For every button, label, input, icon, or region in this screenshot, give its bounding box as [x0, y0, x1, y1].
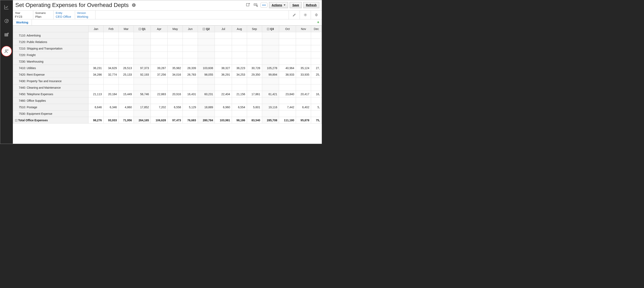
data-cell[interactable] — [183, 52, 198, 58]
data-cell[interactable] — [215, 110, 232, 117]
data-cell[interactable]: 6,558 — [168, 104, 183, 110]
data-cell[interactable] — [118, 78, 134, 84]
data-cell[interactable]: 93,933 — [104, 117, 118, 123]
keyboard-search-icon[interactable] — [253, 2, 259, 8]
data-cell[interactable]: 36,223 — [232, 65, 247, 71]
data-cell[interactable] — [151, 110, 168, 117]
data-cell[interactable] — [262, 110, 279, 117]
data-cell[interactable] — [88, 39, 104, 45]
row-header[interactable]: 7110: Advertising — [13, 32, 88, 39]
data-cell[interactable]: 98,055 — [198, 71, 215, 78]
collapse-icon[interactable] — [267, 28, 269, 30]
data-cell[interactable]: 76,683 — [183, 117, 198, 123]
row-header[interactable]: 7510: Postage — [13, 104, 88, 110]
data-cell[interactable] — [198, 58, 215, 65]
cube-grid-icon[interactable] — [4, 32, 10, 38]
data-cell[interactable]: 17,861 — [247, 91, 262, 97]
refresh-button[interactable]: Refresh — [303, 2, 319, 8]
data-cell[interactable] — [232, 52, 247, 58]
data-cell[interactable] — [247, 32, 262, 39]
data-cell[interactable] — [215, 58, 232, 65]
col-apr[interactable]: Apr — [151, 26, 168, 32]
data-cell[interactable] — [168, 32, 183, 39]
data-cell[interactable]: 38,933 — [279, 71, 296, 78]
data-cell[interactable] — [118, 45, 134, 52]
data-cell[interactable] — [296, 39, 311, 45]
data-cell[interactable] — [151, 45, 168, 52]
data-cell[interactable] — [262, 52, 279, 58]
data-cell[interactable] — [279, 97, 296, 104]
data-cell[interactable]: 60,231 — [198, 91, 215, 97]
data-cell[interactable]: 26,513 — [118, 65, 134, 71]
data-cell[interactable] — [262, 78, 279, 84]
data-cell[interactable] — [104, 78, 118, 84]
data-cell[interactable] — [296, 52, 311, 58]
data-cell[interactable] — [151, 32, 168, 39]
data-cell[interactable]: 32,774 — [104, 71, 118, 78]
row-header[interactable]: 7430: Property Tax and Insurance — [13, 78, 88, 84]
data-cell[interactable] — [151, 52, 168, 58]
col-q1[interactable]: Q1 — [134, 26, 150, 32]
row-header[interactable]: 7120: Public Relations — [13, 39, 88, 45]
data-cell[interactable] — [104, 84, 118, 91]
info-icon[interactable]: i — [132, 3, 136, 7]
data-cell[interactable]: 22,883 — [151, 91, 168, 97]
tab-working[interactable]: Working — [13, 19, 32, 25]
data-cell[interactable] — [118, 32, 134, 39]
data-cell[interactable] — [232, 45, 247, 52]
data-cell[interactable]: 17,852 — [134, 104, 150, 110]
data-cell[interactable]: 16,431 — [183, 91, 198, 97]
data-cell[interactable] — [198, 32, 215, 39]
data-cell[interactable] — [134, 32, 150, 39]
data-cell[interactable]: 5,601 — [247, 104, 262, 110]
data-cell[interactable] — [198, 97, 215, 104]
data-cell[interactable] — [215, 84, 232, 91]
col-sep[interactable]: Sep — [247, 26, 262, 32]
data-cell[interactable] — [134, 97, 150, 104]
data-cell[interactable] — [168, 84, 183, 91]
data-cell[interactable] — [198, 52, 215, 58]
data-cell[interactable] — [168, 52, 183, 58]
data-cell[interactable]: 36,291 — [215, 71, 232, 78]
data-cell[interactable] — [311, 45, 322, 52]
data-cell[interactable]: 20,184 — [104, 91, 118, 97]
data-cell[interactable]: 5,129 — [183, 104, 198, 110]
data-cell[interactable]: 37,256 — [151, 71, 168, 78]
row-header[interactable]: 7450: Telephone Expenses — [13, 91, 88, 97]
row-header[interactable]: 7420: Rent Expense — [13, 71, 88, 78]
data-cell[interactable] — [311, 58, 322, 65]
row-header[interactable]: 7440: Cleaning and Maintenance — [13, 84, 88, 91]
data-cell[interactable] — [279, 45, 296, 52]
data-cell[interactable] — [296, 45, 311, 52]
data-cell[interactable]: 29,350 — [247, 71, 262, 78]
collapse-icon[interactable] — [203, 28, 205, 30]
save-button[interactable]: Save — [290, 2, 302, 8]
currency-refresh-icon[interactable] — [4, 18, 10, 24]
data-cell[interactable] — [279, 32, 296, 39]
data-cell[interactable]: 92,193 — [134, 71, 150, 78]
col-may[interactable]: May — [168, 26, 183, 32]
data-cell[interactable] — [151, 78, 168, 84]
data-cell[interactable]: 6,554 — [232, 104, 247, 110]
data-cell[interactable] — [198, 78, 215, 84]
data-cell[interactable] — [118, 52, 134, 58]
data-cell[interactable] — [134, 39, 150, 45]
data-cell[interactable] — [168, 110, 183, 117]
data-cell[interactable] — [279, 52, 296, 58]
data-cell[interactable] — [279, 58, 296, 65]
data-cell[interactable]: 39,287 — [151, 65, 168, 71]
data-cell[interactable]: 61,421 — [262, 91, 279, 97]
data-cell[interactable] — [104, 97, 118, 104]
data-cell[interactable]: 20,417 — [296, 91, 311, 97]
data-cell[interactable] — [215, 45, 232, 52]
data-cell[interactable]: 34,253 — [232, 71, 247, 78]
pov-scenario[interactable]: Scenario Plan — [33, 10, 54, 19]
edit-form-icon[interactable] — [245, 2, 251, 8]
data-cell[interactable]: 99,894 — [262, 71, 279, 78]
data-cell[interactable]: 4,860 — [118, 104, 134, 110]
data-cell[interactable]: 97,373 — [134, 65, 150, 71]
data-cell[interactable] — [296, 58, 311, 65]
data-cell[interactable] — [232, 58, 247, 65]
data-cell[interactable] — [118, 39, 134, 45]
data-cell[interactable]: 7,442 — [279, 104, 296, 110]
